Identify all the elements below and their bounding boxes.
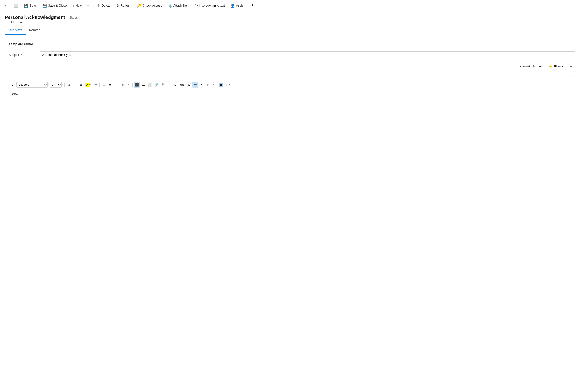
toolbar-divider-1 <box>93 3 93 8</box>
insert-link-icon: 🔗 <box>154 83 158 87</box>
font-color-button[interactable]: A▾ <box>92 82 99 88</box>
delete-icon: 🗑 <box>97 4 100 8</box>
show-markup-icon: </> <box>194 83 197 86</box>
bold-button[interactable]: B <box>66 82 72 88</box>
attach-file-icon: 📎 <box>168 4 172 8</box>
expand-icon: ⤢ <box>572 74 575 78</box>
bullet-list-button[interactable]: ☰ <box>101 82 107 88</box>
plus-icon: + <box>516 64 518 68</box>
template-editor-header: Template editor <box>5 39 579 49</box>
undo-icon: ↩ <box>207 83 209 87</box>
attach-file-button[interactable]: 📎 Attach file <box>165 2 190 9</box>
new-label: New <box>76 4 82 7</box>
check-access-label: Check Access <box>143 4 162 7</box>
paragraph-mark-button[interactable]: ¶ <box>199 82 205 88</box>
page-title: Personal Acknowledgment <box>5 15 65 20</box>
new-attachment-label: New Attachment <box>519 64 542 68</box>
insert-table-icon: ⊞ <box>226 83 229 87</box>
insert-dynamic-button[interactable]: </> Insert dynamic text <box>190 2 227 9</box>
fill-color-button[interactable]: ◼ <box>217 82 224 88</box>
fill-color-icon: ◼ <box>219 83 223 87</box>
align-left-icon: ⬛ <box>135 83 139 87</box>
insert-table-button[interactable]: ⊞▾ <box>225 82 231 88</box>
save-close-button[interactable]: 💾 Save & Close <box>40 2 69 9</box>
save-icon: 💾 <box>24 4 29 8</box>
align-right-button[interactable]: ⬜ <box>147 82 153 88</box>
overflow-menu-button[interactable]: ⋮ <box>248 2 257 9</box>
assign-button[interactable]: 👤 Assign <box>228 2 248 9</box>
insert-dynamic-icon: </> <box>193 4 198 8</box>
saved-indicator: - Saved <box>68 16 81 20</box>
decrease-indent-button[interactable]: ⇤ <box>113 82 119 88</box>
align-left-button[interactable]: ⬛ <box>134 82 140 88</box>
insert-dynamic-label: Insert dynamic text <box>199 4 225 7</box>
remove-link-icon: ⛓ <box>161 83 164 87</box>
show-markup-button[interactable]: </> <box>192 82 198 88</box>
new-attachment-button[interactable]: + New Attachment <box>515 64 543 69</box>
flow-chevron-icon: ▾ <box>562 65 563 68</box>
delete-label: Delete <box>102 4 111 7</box>
increase-indent-button[interactable]: ⇥ <box>119 82 125 88</box>
tabs-container: Template Related <box>0 24 584 35</box>
redo-button[interactable]: ↪ <box>211 82 217 88</box>
editor-toolbar: 🖌 Segoe UI Arial Times New Roman Calibri… <box>8 80 576 89</box>
align-center-button[interactable]: ▬ <box>140 82 146 88</box>
bullet-list-icon: ☰ <box>102 83 105 87</box>
subject-label: Subject * <box>9 53 40 56</box>
subscript-icon: x₂ <box>174 83 176 86</box>
assign-label: Assign <box>236 4 245 7</box>
numbered-list-button[interactable]: ≡ <box>107 82 113 88</box>
clear-formatting-button[interactable]: 🖌 <box>10 82 16 88</box>
expand-button[interactable]: ⤢ <box>571 74 575 79</box>
delete-button[interactable]: 🗑 Delete <box>94 2 113 9</box>
tab-related[interactable]: Related <box>26 26 44 34</box>
remove-link-button[interactable]: ⛓ <box>160 82 166 88</box>
undo-button[interactable]: ↩ <box>205 82 211 88</box>
font-color-icon: A <box>94 83 96 87</box>
strikethrough-button[interactable]: abc <box>178 82 186 88</box>
popout-icon: ⬜ <box>14 4 18 8</box>
superscript-icon: x² <box>168 83 170 86</box>
editor-body[interactable]: Dear <box>8 89 576 179</box>
blockquote-icon: ❝ <box>128 83 129 87</box>
attach-file-label: Attach file <box>173 4 187 7</box>
assign-icon: 👤 <box>230 4 235 8</box>
check-access-icon: 🔑 <box>137 4 141 8</box>
new-more-button[interactable]: ▾ <box>85 3 91 8</box>
refresh-button[interactable]: ↻ Refresh <box>114 2 134 9</box>
page-header: Personal Acknowledgment - Saved Email Te… <box>0 11 584 24</box>
save-close-label: Save & Close <box>48 4 67 7</box>
attachment-more-button[interactable]: ⋯ <box>568 63 575 70</box>
subject-input[interactable] <box>40 51 575 58</box>
refresh-icon: ↻ <box>116 4 119 8</box>
font-size-select[interactable]: 8 9 10 11 12 14 <box>50 82 62 88</box>
chevron-down-icon: ▾ <box>87 4 89 7</box>
insert-image-button[interactable]: 🖼 <box>186 82 192 88</box>
align-center-icon: ▬ <box>142 83 145 87</box>
subject-required-indicator: * <box>21 53 22 56</box>
back-button[interactable]: ← <box>2 2 11 9</box>
flow-button[interactable]: ⚡ Flow ▾ <box>547 63 564 69</box>
top-toolbar: ← ⬜ 💾 Save 💾 Save & Close + New ▾ 🗑 Dele… <box>0 0 584 11</box>
superscript-button[interactable]: x² <box>166 82 172 88</box>
flow-icon: ⚡ <box>548 64 553 68</box>
new-button[interactable]: + New <box>70 2 84 9</box>
overflow-icon: ⋮ <box>251 4 254 7</box>
subscript-button[interactable]: x₂ <box>172 82 178 88</box>
template-editor-card: Template editor Subject * + New Attachme… <box>5 39 579 182</box>
paragraph-icon: ¶ <box>201 83 203 87</box>
size-chevron-icon: ▾ <box>62 84 63 86</box>
underline-button[interactable]: U <box>78 82 84 88</box>
font-family-select[interactable]: Segoe UI Arial Times New Roman Calibri <box>16 82 48 88</box>
insert-link-button[interactable]: 🔗 <box>153 82 159 88</box>
save-button[interactable]: 💾 Save <box>21 2 39 9</box>
expand-row: ⤢ <box>5 72 579 80</box>
highlight-color-button[interactable]: A▾ <box>84 82 92 88</box>
check-access-button[interactable]: 🔑 Check Access <box>134 2 165 9</box>
clear-formatting-icon: 🖌 <box>12 83 15 87</box>
popout-button[interactable]: ⬜ <box>11 2 21 9</box>
italic-button[interactable]: I <box>72 82 78 88</box>
font-chevron-icon: ▾ <box>48 84 49 86</box>
blockquote-button[interactable]: ❝ <box>126 82 131 88</box>
tab-template[interactable]: Template <box>5 26 26 34</box>
